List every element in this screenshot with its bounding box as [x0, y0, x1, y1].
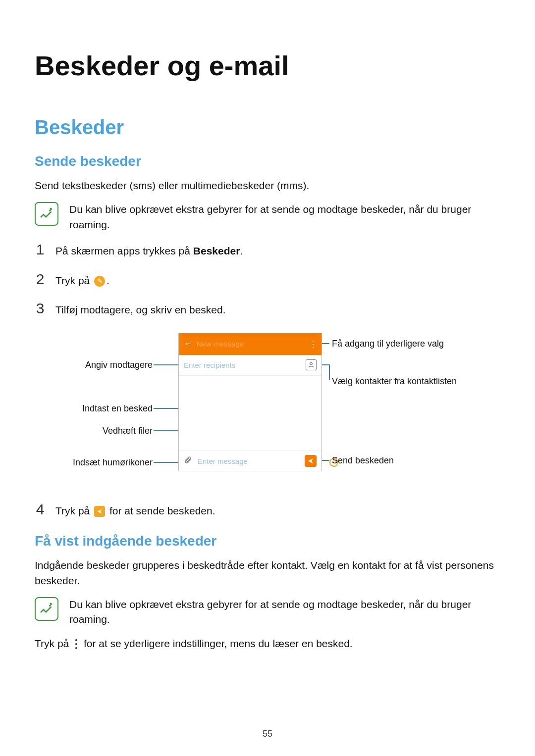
back-arrow-icon: ←	[184, 339, 193, 349]
phone-compose-bar: Enter message	[179, 450, 321, 472]
contacts-icon	[306, 359, 317, 370]
step-number: 2	[35, 271, 46, 288]
section2-body: Indgående beskeder grupperes i beskedtrå…	[35, 558, 500, 588]
callout-more-options: Få adgang til yderligere valg	[332, 339, 444, 349]
step-1-pre: På skærmen apps trykkes på	[55, 245, 193, 256]
note-block-1: Du kan blive opkrævet ekstra gebyrer for…	[35, 202, 500, 232]
step-3: 3 Tilføj modtagere, og skriv en besked.	[35, 300, 500, 317]
step-1: 1 På skærmen apps trykkes på Beskeder.	[35, 241, 500, 258]
note-icon	[35, 597, 58, 621]
step-text: Tilføj modtagere, og skriv en besked.	[55, 302, 226, 317]
document-page: Beskeder og e-mail Beskeder Sende besked…	[0, 0, 535, 756]
section2-tail: Tryk på for at se yderligere indstilling…	[35, 636, 500, 651]
intro-text: Send tekstbeskeder (sms) eller multimedi…	[35, 178, 500, 193]
attach-icon	[184, 456, 192, 466]
tail-post: for at se yderligere indstillinger, mens…	[81, 638, 353, 649]
tail-pre: Tryk på	[35, 638, 72, 649]
phone-mockup: ← New message ⋮ Enter recipients Enter m…	[178, 333, 322, 471]
steps-list-2: 4 Tryk på for at sende beskeden.	[35, 501, 500, 518]
compose-icon: ✎	[94, 276, 105, 287]
callout-contacts: Vælg kontakter fra kontaktlisten	[332, 376, 457, 387]
send-icon	[305, 455, 317, 467]
step-2-pre: Tryk på	[55, 275, 93, 286]
more-options-icon: ⋮	[309, 339, 317, 350]
callout-emoji: Indsæt humørikoner	[59, 457, 153, 468]
step-text: Tryk på for at sende beskeden.	[55, 504, 215, 518]
step-text: Tryk på ✎.	[55, 273, 109, 288]
message-placeholder: Enter message	[198, 457, 299, 465]
step-number: 1	[35, 241, 46, 258]
callout-attach: Vedhæft filer	[93, 426, 153, 436]
step-2: 2 Tryk på ✎.	[35, 271, 500, 288]
steps-list: 1 På skærmen apps trykkes på Beskeder. 2…	[35, 241, 500, 317]
diagram: ← New message ⋮ Enter recipients Enter m…	[35, 333, 500, 481]
step-1-bold: Beskeder	[193, 245, 240, 256]
step-number: 3	[35, 300, 46, 317]
note-block-2: Du kan blive opkrævet ekstra gebyrer for…	[35, 597, 500, 627]
section-heading-beskeder: Beskeder	[35, 116, 500, 139]
phone-body-area	[179, 376, 321, 450]
callout-enter-message: Indtast en besked	[74, 403, 153, 414]
send-icon-inline	[94, 506, 105, 517]
page-title-h1: Beskeder og e-mail	[35, 50, 500, 82]
note-icon	[35, 202, 58, 226]
step-4-post: for at sende beskeden.	[107, 505, 215, 516]
recipients-field: Enter recipients	[179, 355, 321, 376]
phone-header-title: New message	[197, 340, 305, 348]
step-4-pre: Tryk på	[55, 505, 93, 516]
recipients-placeholder: Enter recipients	[184, 361, 302, 369]
more-options-icon-inline	[74, 639, 79, 650]
step-1-post: .	[240, 245, 243, 256]
subheading-indgaende: Få vist indgående beskeder	[35, 533, 500, 549]
note-text-2: Du kan blive opkrævet ekstra gebyrer for…	[69, 597, 500, 627]
note-text-1: Du kan blive opkrævet ekstra gebyrer for…	[69, 202, 500, 232]
callout-send: Send beskeden	[332, 455, 394, 466]
subheading-sende-beskeder: Sende beskeder	[35, 153, 500, 169]
page-number: 55	[0, 729, 535, 739]
step-4: 4 Tryk på for at sende beskeden.	[35, 501, 500, 518]
step-2-post: .	[107, 275, 109, 286]
step-number: 4	[35, 501, 46, 518]
svg-point-0	[310, 362, 313, 365]
phone-header: ← New message ⋮	[179, 333, 321, 355]
step-text: På skærmen apps trykkes på Beskeder.	[55, 244, 243, 258]
callout-recipients: Angiv modtagere	[78, 360, 153, 370]
